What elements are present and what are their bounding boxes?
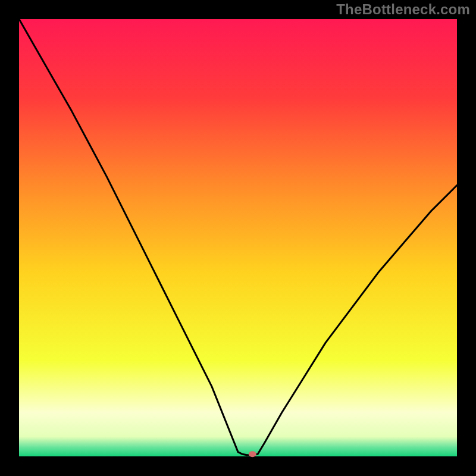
chart-frame: TheBottleneck.com — [0, 0, 476, 476]
chart-canvas — [0, 0, 476, 476]
optimum-marker — [249, 451, 256, 457]
watermark-text: TheBottleneck.com — [336, 1, 470, 18]
plot-background — [19, 19, 457, 456]
